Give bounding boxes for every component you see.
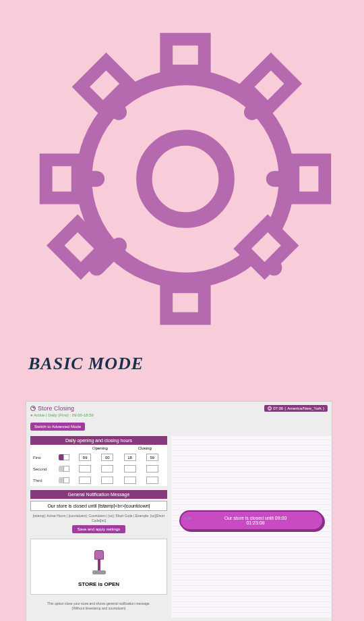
notification-message-input[interactable] bbox=[30, 501, 167, 511]
col-closing: Closing bbox=[123, 445, 167, 452]
lever-icon[interactable] bbox=[92, 550, 106, 574]
toggle-second[interactable] bbox=[59, 466, 69, 472]
paperclip-icon: 📎 bbox=[184, 515, 192, 523]
store-status-box: STORE is OPEN bbox=[30, 539, 167, 595]
info-icon: i bbox=[268, 406, 272, 410]
third-open-m[interactable] bbox=[101, 477, 113, 484]
placeholder-hints: [tstamp]: Active Hours | [countdown]: Co… bbox=[30, 514, 167, 522]
gear-icon bbox=[27, 20, 344, 340]
first-close-h[interactable] bbox=[124, 454, 136, 461]
toggle-third[interactable] bbox=[59, 477, 69, 483]
third-close-h[interactable] bbox=[124, 477, 136, 484]
notification-preview: 📎 Our store is closed until 09:00 01:23:… bbox=[179, 510, 324, 531]
table-row: First bbox=[30, 452, 167, 463]
toggle-first[interactable] bbox=[59, 454, 69, 460]
store-note: This option close your store and shows g… bbox=[30, 601, 167, 611]
first-open-m[interactable] bbox=[101, 454, 113, 461]
table-row: Second bbox=[30, 463, 167, 475]
second-close-m[interactable] bbox=[146, 465, 158, 473]
preview-area: 📎 Our store is closed until 09:00 01:23:… bbox=[171, 436, 332, 618]
status-line: ● Active | Daily (First) : 09:00-18:59 bbox=[30, 413, 328, 417]
save-button[interactable]: Save and apply settings bbox=[72, 525, 126, 533]
store-status-text: STORE is OPEN bbox=[38, 581, 160, 587]
first-close-m[interactable] bbox=[146, 454, 158, 461]
svg-point-0 bbox=[144, 138, 226, 220]
hours-table: Opening Closing First Second bbox=[30, 445, 167, 486]
second-open-m[interactable] bbox=[101, 465, 113, 473]
page-title: BASIC MODE bbox=[28, 354, 344, 374]
switch-advanced-button[interactable]: Switch to Advanced Mode bbox=[30, 423, 85, 431]
clock-icon bbox=[30, 406, 36, 411]
second-open-h[interactable] bbox=[79, 465, 91, 473]
app-screenshot: Store Closing ● Active | Daily (First) :… bbox=[26, 401, 332, 621]
third-close-m[interactable] bbox=[146, 477, 158, 484]
hours-section-header: Daily opening and closing hours bbox=[30, 436, 167, 445]
msg-section-header: General Notification Message bbox=[30, 490, 167, 499]
first-open-h[interactable] bbox=[79, 454, 91, 461]
second-close-h[interactable] bbox=[124, 465, 136, 473]
timezone-badge: i 07:36 ( America/New_York ) bbox=[264, 405, 328, 412]
table-row: Third bbox=[30, 475, 167, 486]
third-open-h[interactable] bbox=[79, 477, 91, 484]
col-opening: Opening bbox=[78, 445, 122, 452]
